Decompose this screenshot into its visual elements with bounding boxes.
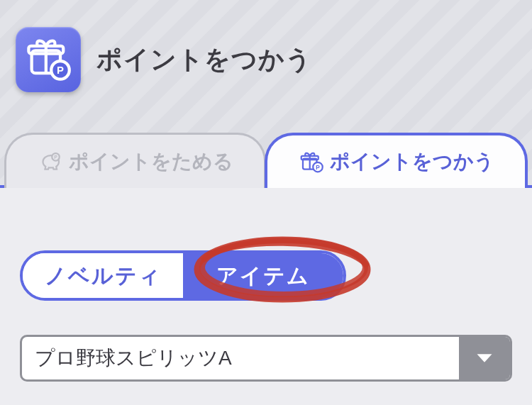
segment-novelty-label: ノベルティ — [45, 264, 162, 287]
segment-wrap: ノベルティ アイテム — [20, 250, 512, 301]
segment-item-label: アイテム — [216, 264, 310, 287]
tab-use-points[interactable]: P ポイントをつかう — [265, 133, 528, 188]
piggy-points-icon: P — [38, 149, 63, 174]
header: P ポイントをつかう P ポイントをためる P ポイントを — [0, 0, 532, 188]
segment-item[interactable]: アイテム — [183, 253, 343, 298]
tab-save-points[interactable]: P ポイントをためる — [4, 133, 266, 188]
chevron-down-icon — [475, 350, 494, 367]
tab-bar: P ポイントをためる P ポイントをつかう — [0, 133, 532, 188]
game-select-value: プロ野球スピリッツA — [22, 337, 459, 379]
svg-text:P: P — [54, 155, 57, 160]
svg-text:P: P — [57, 65, 64, 76]
tab-use-label: ポイントをつかう — [330, 148, 494, 175]
content: ノベルティ アイテム プロ野球スピリッツA — [0, 188, 532, 405]
tab-save-label: ポイントをためる — [69, 148, 233, 175]
segment-novelty[interactable]: ノベルティ — [23, 253, 183, 298]
game-select[interactable]: プロ野球スピリッツA — [20, 335, 512, 382]
gift-points-icon: P — [16, 27, 81, 92]
title-row: P ポイントをつかう — [16, 27, 312, 92]
page-title: ポイントをつかう — [96, 43, 312, 77]
gift-points-small-icon: P — [299, 149, 324, 174]
svg-text:P: P — [316, 165, 320, 171]
segmented-control: ノベルティ アイテム — [20, 250, 346, 301]
game-select-button[interactable] — [459, 337, 510, 379]
